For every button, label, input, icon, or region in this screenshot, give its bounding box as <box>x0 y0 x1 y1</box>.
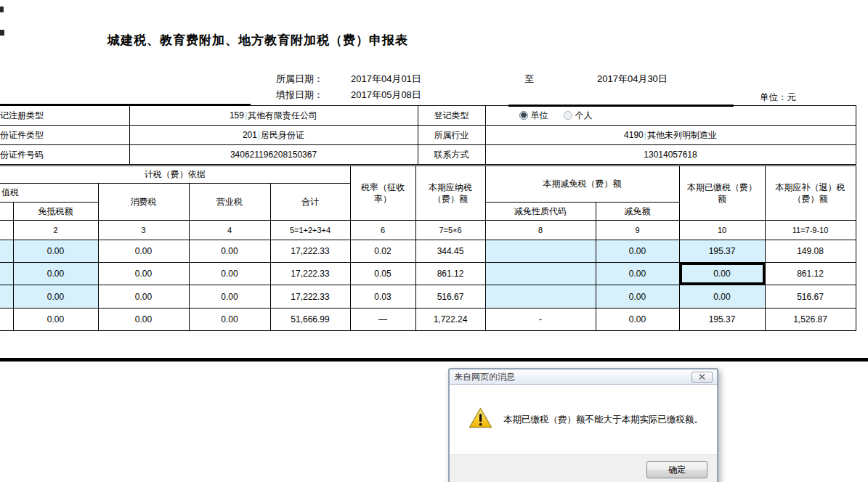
left-edge-text-fragment <box>0 30 4 36</box>
data-cell: 17,222.33 <box>270 285 350 309</box>
data-cell[interactable]: 0.00 <box>596 240 679 263</box>
data-cell: 0.00 <box>98 263 189 285</box>
dialog-message: 本期已缴税（费）额不能大于本期实际已缴税额。 <box>503 414 703 426</box>
header-reduction-code: 减免性质代码 <box>485 203 596 221</box>
header-paid: 本期已缴税（费）额 <box>679 166 765 221</box>
data-cell[interactable] <box>0 240 13 263</box>
data-cell[interactable]: 0.00 <box>13 263 98 285</box>
col-num: 4 <box>189 221 270 240</box>
data-cell: - <box>485 309 596 331</box>
col-num: 11=7-9-10 <box>765 221 856 240</box>
data-cell: 17,222.33 <box>270 240 350 263</box>
header-tax-basis: 计税（费）依据 <box>0 166 350 184</box>
data-cell: 195.37 <box>679 309 765 331</box>
data-cell[interactable]: 0.00 <box>13 240 98 263</box>
header-consumption-tax: 消费税 <box>98 184 189 221</box>
column-number-row: 2 3 4 5=1+2+3+4 6 7=5×6 8 9 10 11=7-9-10 <box>0 221 856 240</box>
header-reduction-amount: 减免额 <box>596 203 679 221</box>
ok-button[interactable]: 确定 <box>646 461 707 478</box>
data-cell: 1,722.24 <box>415 309 485 331</box>
col-num: 5=1+2+3+4 <box>270 221 350 240</box>
data-cell: 0.00 <box>189 240 270 263</box>
data-cell: 0.00 <box>98 285 189 309</box>
register-kind-label: 登记类型 <box>418 106 485 126</box>
unit-label: 单位：元 <box>760 91 796 104</box>
col-num: 7=5×6 <box>415 221 485 240</box>
period-end-date: 2017年04月30日 <box>597 73 668 86</box>
dialog-body: 本期已缴税（费）额不能大于本期实际已缴税额。 <box>450 385 717 454</box>
data-cell: 0.00 <box>98 240 189 263</box>
header-business-tax: 营业税 <box>189 184 270 221</box>
table-row: 记注册类型 159|其他有限责任公司 登记类型 单位 个人 <box>0 106 856 126</box>
data-cell[interactable] <box>485 263 596 285</box>
contact-value[interactable]: 13014057618 <box>485 145 856 165</box>
col-num: 3 <box>98 221 189 240</box>
period-start-date: 2017年04月01日 <box>351 73 421 86</box>
left-edge-text-fragment <box>0 7 4 12</box>
id-type-label: 份证件类型 <box>0 126 129 145</box>
table-row: 计税（费）依据 税率（征收率） 本期应纳税（费）额 本期减免税（费）额 本期已缴… <box>0 166 856 184</box>
tax-declaration-page: 城建税、教育费附加、地方教育附加税（费）申报表 所属日期： 2017年04月01… <box>0 0 868 482</box>
table-row: 份证件号码 340621196208150367 联系方式 1301405761… <box>0 145 856 165</box>
col-num <box>0 221 13 240</box>
data-cell <box>0 309 13 331</box>
registration-type-label: 记注册类型 <box>0 106 129 126</box>
dialog-titlebar: 来自网页的消息 <box>450 369 717 385</box>
header-payable: 本期应纳税（费）额 <box>415 166 485 221</box>
col-num: 9 <box>596 221 679 240</box>
radio-individual-label: 个人 <box>575 110 593 120</box>
dialog-title: 来自网页的消息 <box>454 371 515 383</box>
selected-data-cell[interactable]: 0.00 <box>679 263 765 285</box>
id-type-value[interactable]: 201|居民身份证 <box>129 126 418 145</box>
registration-type-value[interactable]: 159|其他有限责任公司 <box>129 106 418 126</box>
header-vat-exempt: 免抵税额 <box>13 203 98 221</box>
page-title: 城建税、教育费附加、地方教育附加税（费）申报表 <box>108 32 408 49</box>
tax-table: 计税（费）依据 税率（征收率） 本期应纳税（费）额 本期减免税（费）额 本期已缴… <box>0 166 856 331</box>
data-cell: 516.67 <box>765 285 856 309</box>
header-total: 合计 <box>270 184 350 221</box>
period-date-label: 所属日期： <box>276 73 323 86</box>
industry-label: 所属行业 <box>418 126 485 145</box>
data-cell: 0.00 <box>189 263 270 285</box>
data-cell: 861.12 <box>415 263 485 285</box>
webpage-message-dialog: 来自网页的消息 本期已缴税（费）额不能大于本期实际已缴税额。 <box>448 368 718 482</box>
data-cell[interactable]: 195.37 <box>679 240 765 263</box>
id-number-label: 份证件号码 <box>0 145 129 165</box>
table-row-urban-construction-tax: 0.00 0.00 0.00 17,222.33 0.02 344.45 0.0… <box>0 240 856 263</box>
data-cell: 0.03 <box>350 285 415 309</box>
contact-label: 联系方式 <box>418 145 485 165</box>
header-vat: 值税 <box>0 184 98 203</box>
data-cell: 0.00 <box>596 309 679 331</box>
radio-individual[interactable] <box>564 111 572 120</box>
col-num: 2 <box>13 221 98 240</box>
data-cell[interactable]: 0.00 <box>679 285 765 309</box>
header-reduction: 本期减免税（费）额 <box>485 166 679 203</box>
data-cell: 0.00 <box>98 309 189 331</box>
warning-icon <box>469 407 492 432</box>
data-cell: 17,222.33 <box>270 263 350 285</box>
data-cell: 0.05 <box>350 263 415 285</box>
header-refund: 本期应补（退）税（费）额 <box>765 166 856 221</box>
data-cell[interactable] <box>0 263 13 285</box>
data-cell[interactable]: 0.00 <box>13 285 98 309</box>
table-row: 份证件类型 201|居民身份证 所属行业 4190|其他未列明制造业 <box>0 126 856 145</box>
col-num: 8 <box>485 221 596 240</box>
table-row-education-surcharge: 0.00 0.00 0.00 17,222.33 0.05 861.12 0.0… <box>0 263 856 285</box>
data-cell: 51,666.99 <box>270 309 350 331</box>
register-kind-value: 单位 个人 <box>485 106 856 126</box>
data-cell[interactable]: 0.00 <box>596 263 679 285</box>
data-cell[interactable] <box>485 240 596 263</box>
data-cell: 344.45 <box>415 240 485 263</box>
industry-value[interactable]: 4190|其他未列明制造业 <box>485 126 856 145</box>
data-cell[interactable] <box>485 285 596 309</box>
table-row-local-education-surcharge: 0.00 0.00 0.00 17,222.33 0.03 516.67 0.0… <box>0 285 856 309</box>
radio-unit-selected[interactable] <box>519 111 528 120</box>
registration-table: 记注册类型 159|其他有限责任公司 登记类型 单位 个人 份证件类型 201|… <box>0 105 856 165</box>
filing-date: 2017年05月08日 <box>351 89 421 102</box>
data-cell: 0.00 <box>189 309 270 331</box>
data-cell[interactable]: 0.00 <box>596 285 679 309</box>
dialog-footer: 确定 <box>450 454 717 482</box>
close-icon[interactable] <box>691 372 713 383</box>
data-cell[interactable] <box>0 285 13 309</box>
id-number-value[interactable]: 340621196208150367 <box>129 145 418 165</box>
